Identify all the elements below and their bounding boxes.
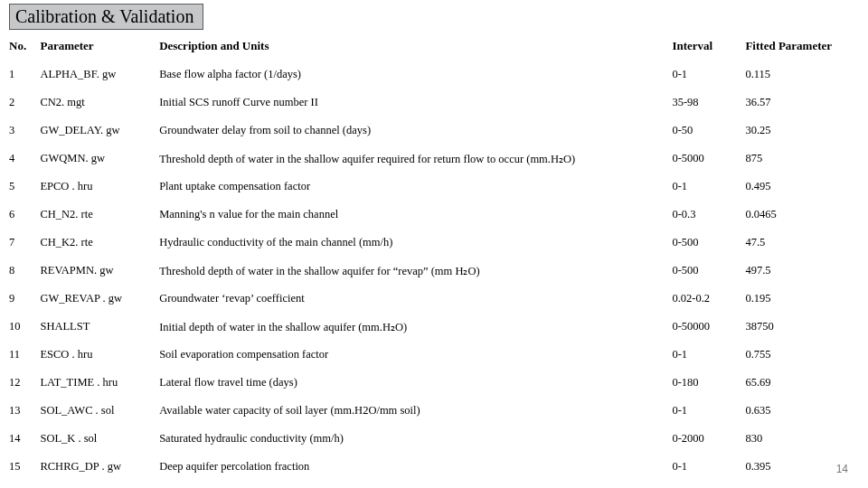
- cell-interval: 0-1: [672, 61, 745, 89]
- cell-desc: Groundwater delay from soil to channel (…: [159, 117, 672, 145]
- cell-interval: 0-2000: [672, 425, 745, 453]
- header-interval: Interval: [672, 35, 745, 61]
- cell-interval: 0-1: [672, 173, 745, 201]
- cell-no: 8: [9, 257, 40, 285]
- cell-fitted: 38750: [745, 313, 855, 341]
- cell-no: 12: [9, 369, 40, 397]
- cell-desc: Base flow alpha factor (1/days): [159, 61, 672, 89]
- cell-interval: 0-5000: [672, 145, 745, 173]
- table-row: 1ALPHA_BF. gwBase flow alpha factor (1/d…: [9, 61, 855, 89]
- cell-param: GW_DELAY. gw: [40, 117, 159, 145]
- cell-fitted: 830: [745, 425, 855, 453]
- cell-fitted: 30.25: [745, 117, 855, 145]
- page: Calibration & Validation No. Parameter D…: [0, 0, 868, 488]
- cell-interval: 0-500: [672, 257, 745, 285]
- table-row: 15RCHRG_DP . gwDeep aquifer percolation …: [9, 453, 855, 481]
- table-row: 6CH_N2. rteManning's n value for the mai…: [9, 201, 855, 229]
- cell-no: 9: [9, 285, 40, 313]
- header-parameter: Parameter: [40, 35, 159, 61]
- table-header-row: No. Parameter Description and Units Inte…: [9, 35, 855, 61]
- cell-interval: 0-180: [672, 369, 745, 397]
- table-row: 13SOL_AWC . solAvailable water capacity …: [9, 397, 855, 425]
- table-row: 2CN2. mgtInitial SCS runoff Curve number…: [9, 89, 855, 117]
- cell-param: CH_K2. rte: [40, 229, 159, 257]
- cell-no: 7: [9, 229, 40, 257]
- cell-desc: Available water capacity of soil layer (…: [159, 397, 672, 425]
- cell-interval: 35-98: [672, 89, 745, 117]
- cell-desc: Threshold depth of water in the shallow …: [159, 257, 672, 285]
- cell-param: ALPHA_BF. gw: [40, 61, 159, 89]
- cell-desc: Groundwater ‘revap’ coefficient: [159, 285, 672, 313]
- header-no: No.: [9, 35, 40, 61]
- cell-interval: 0-0.3: [672, 201, 745, 229]
- cell-fitted: 0.195: [745, 285, 855, 313]
- cell-desc: Lateral flow travel time (days): [159, 369, 672, 397]
- cell-no: 14: [9, 425, 40, 453]
- cell-fitted: 875: [745, 145, 855, 173]
- cell-desc: Saturated hydraulic conductivity (mm/h): [159, 425, 672, 453]
- cell-interval: 0-1: [672, 397, 745, 425]
- cell-desc: Initial depth of water in the shallow aq…: [159, 313, 672, 341]
- cell-desc: Hydraulic conductivity of the main chann…: [159, 229, 672, 257]
- cell-param: GW_REVAP . gw: [40, 285, 159, 313]
- table-row: 8REVAPMN. gwThreshold depth of water in …: [9, 257, 855, 285]
- cell-desc: Manning's n value for the main channel: [159, 201, 672, 229]
- table-body: 1ALPHA_BF. gwBase flow alpha factor (1/d…: [9, 61, 855, 481]
- cell-fitted: 0.115: [745, 61, 855, 89]
- table-row: 3GW_DELAY. gwGroundwater delay from soil…: [9, 117, 855, 145]
- cell-fitted: 0.495: [745, 173, 855, 201]
- cell-fitted: 36.57: [745, 89, 855, 117]
- cell-param: CN2. mgt: [40, 89, 159, 117]
- cell-no: 4: [9, 145, 40, 173]
- cell-no: 13: [9, 397, 40, 425]
- table-row: 4GWQMN. gwThreshold depth of water in th…: [9, 145, 855, 173]
- cell-interval: 0-500: [672, 229, 745, 257]
- table-row: 10SHALLSTInitial depth of water in the s…: [9, 313, 855, 341]
- cell-param: GWQMN. gw: [40, 145, 159, 173]
- cell-no: 11: [9, 341, 40, 369]
- table-row: 5EPCO . hruPlant uptake compensation fac…: [9, 173, 855, 201]
- cell-no: 15: [9, 453, 40, 481]
- cell-fitted: 497.5: [745, 257, 855, 285]
- cell-fitted: 0.755: [745, 341, 855, 369]
- cell-param: REVAPMN. gw: [40, 257, 159, 285]
- header-desc: Description and Units: [159, 35, 672, 61]
- cell-param: ESCO . hru: [40, 341, 159, 369]
- table-row: 14SOL_K . solSaturated hydraulic conduct…: [9, 425, 855, 453]
- header-fitted: Fitted Parameter: [745, 35, 855, 61]
- cell-desc: Soil evaporation compensation factor: [159, 341, 672, 369]
- table-row: 11ESCO . hruSoil evaporation compensatio…: [9, 341, 855, 369]
- page-title: Calibration & Validation: [9, 4, 203, 30]
- cell-fitted: 0.0465: [745, 201, 855, 229]
- cell-param: SOL_K . sol: [40, 425, 159, 453]
- table-row: 12LAT_TIME . hruLateral flow travel time…: [9, 369, 855, 397]
- cell-desc: Threshold depth of water in the shallow …: [159, 145, 672, 173]
- cell-interval: 0-50000: [672, 313, 745, 341]
- table-row: 9GW_REVAP . gwGroundwater ‘revap’ coeffi…: [9, 285, 855, 313]
- cell-interval: 0-1: [672, 341, 745, 369]
- cell-interval: 0-1: [672, 453, 745, 481]
- cell-param: RCHRG_DP . gw: [40, 453, 159, 481]
- cell-param: CH_N2. rte: [40, 201, 159, 229]
- cell-no: 1: [9, 61, 40, 89]
- cell-param: SHALLST: [40, 313, 159, 341]
- page-number: 14: [836, 463, 848, 475]
- cell-interval: 0-50: [672, 117, 745, 145]
- cell-desc: Deep aquifer percolation fraction: [159, 453, 672, 481]
- cell-fitted: 0.635: [745, 397, 855, 425]
- cell-desc: Initial SCS runoff Curve number II: [159, 89, 672, 117]
- cell-no: 2: [9, 89, 40, 117]
- cell-interval: 0.02-0.2: [672, 285, 745, 313]
- cell-param: SOL_AWC . sol: [40, 397, 159, 425]
- parameter-table: No. Parameter Description and Units Inte…: [9, 35, 855, 481]
- cell-no: 10: [9, 313, 40, 341]
- cell-no: 3: [9, 117, 40, 145]
- cell-no: 6: [9, 201, 40, 229]
- table-row: 7CH_K2. rteHydraulic conductivity of the…: [9, 229, 855, 257]
- cell-param: LAT_TIME . hru: [40, 369, 159, 397]
- cell-param: EPCO . hru: [40, 173, 159, 201]
- cell-fitted: 47.5: [745, 229, 855, 257]
- cell-fitted: 65.69: [745, 369, 855, 397]
- cell-no: 5: [9, 173, 40, 201]
- cell-desc: Plant uptake compensation factor: [159, 173, 672, 201]
